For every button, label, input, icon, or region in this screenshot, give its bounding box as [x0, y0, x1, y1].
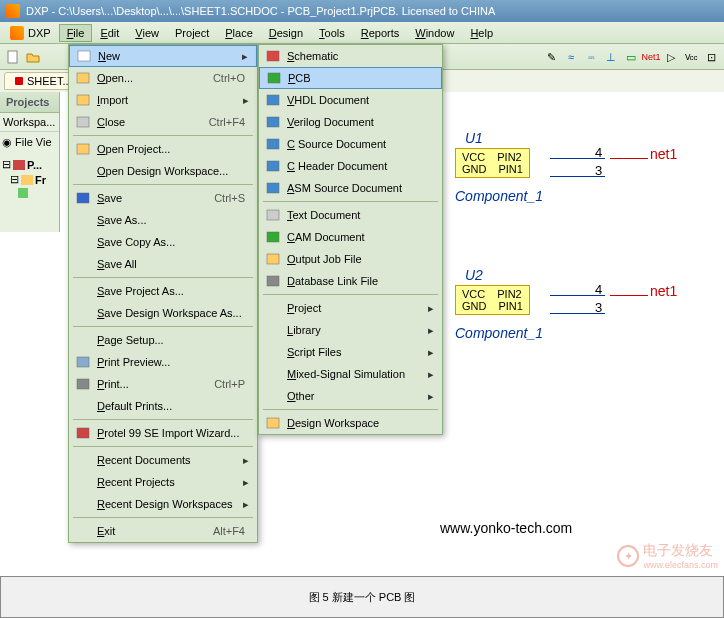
menu-item-save-project-as-[interactable]: Save Project As... [69, 280, 257, 302]
menu-item-save-copy-as-[interactable]: Save Copy As... [69, 231, 257, 253]
tree-project[interactable]: ⊟ P... [2, 157, 57, 172]
dxp-button[interactable]: DXP [10, 26, 51, 40]
net-wire [610, 158, 648, 159]
tree-item[interactable] [2, 187, 57, 199]
net-icon[interactable]: Net1 [642, 48, 660, 66]
tool-icon[interactable]: ▷ [662, 48, 680, 66]
menu-item-schematic[interactable]: Schematic [259, 45, 442, 67]
menu-label: PCB [284, 72, 437, 84]
menu-item-new[interactable]: New▸ [69, 45, 257, 67]
menu-item-cam-document[interactable]: CAM Document [259, 226, 442, 248]
menu-edit[interactable]: Edit [92, 24, 127, 42]
svg-rect-13 [267, 51, 279, 61]
menu-reports[interactable]: Reports [353, 24, 408, 42]
menu-item-c-source-document[interactable]: C Source Document [259, 133, 442, 155]
menu-item-save-as-[interactable]: Save As... [69, 209, 257, 231]
menu-item-output-job-file[interactable]: Output Job File [259, 248, 442, 270]
tree-folder[interactable]: ⊟ Fr [2, 172, 57, 187]
menu-separator [73, 419, 253, 420]
menu-item-import[interactable]: Import▸ [69, 89, 257, 111]
menu-item-page-setup-[interactable]: Page Setup... [69, 329, 257, 351]
component-u1[interactable]: U1 VCCPIN2 GNDPIN1 4 3 net1 Component_1 [455, 148, 530, 178]
tool-icon[interactable]: ✎ [542, 48, 560, 66]
tool-icon[interactable]: ▭ [622, 48, 640, 66]
menu-item-save-all[interactable]: Save All [69, 253, 257, 275]
menu-label: Other [283, 390, 428, 402]
menu-item-recent-design-workspaces[interactable]: Recent Design Workspaces▸ [69, 493, 257, 515]
menu-label: Close [93, 116, 209, 128]
menu-place[interactable]: Place [217, 24, 261, 42]
menu-item-library[interactable]: Library▸ [259, 319, 442, 341]
project-icon [13, 160, 25, 170]
menu-label: Library [283, 324, 428, 336]
menu-label: Save [93, 192, 214, 204]
menu-icon [263, 158, 283, 174]
file-menu-dropdown: New▸Open...Ctrl+OImport▸CloseCtrl+F4Open… [68, 44, 258, 543]
new-icon[interactable] [4, 48, 22, 66]
menu-item-open-project-[interactable]: Open Project... [69, 138, 257, 160]
menu-help[interactable]: Help [462, 24, 501, 42]
menu-item-project[interactable]: Project▸ [259, 297, 442, 319]
window-title: DXP - C:\Users\...\Desktop\...\...\SHEET… [26, 5, 495, 17]
menu-view[interactable]: View [127, 24, 167, 42]
tool-icon[interactable]: ⎓ [582, 48, 600, 66]
menu-label: Save Copy As... [93, 236, 253, 248]
open-icon[interactable] [24, 48, 42, 66]
menu-item-print-[interactable]: Print...Ctrl+P [69, 373, 257, 395]
submenu-arrow-icon: ▸ [243, 454, 253, 467]
menu-tools[interactable]: Tools [311, 24, 353, 42]
menu-item-default-prints-[interactable]: Default Prints... [69, 395, 257, 417]
file-view-radio[interactable]: ◉ File Vie [0, 132, 59, 153]
menu-item-mixed-signal-simulation[interactable]: Mixed-Signal Simulation▸ [259, 363, 442, 385]
menu-project[interactable]: Project [167, 24, 217, 42]
tool-icon[interactable]: ⊡ [702, 48, 720, 66]
menu-item-text-document[interactable]: Text Document [259, 204, 442, 226]
menu-icon [263, 180, 283, 196]
svg-rect-7 [77, 117, 89, 127]
menu-separator [263, 201, 438, 202]
dxp-icon [10, 26, 24, 40]
tool-icon[interactable]: ⊥ [602, 48, 620, 66]
tool-icon[interactable]: ≈ [562, 48, 580, 66]
svg-rect-14 [268, 73, 280, 83]
menu-item-c-header-document[interactable]: C Header Document [259, 155, 442, 177]
menu-item-pcb[interactable]: PCB [259, 67, 442, 89]
menu-item-recent-documents[interactable]: Recent Documents▸ [69, 449, 257, 471]
menu-item-protel-99-se-import-wizard-[interactable]: Protel 99 SE Import Wizard... [69, 422, 257, 444]
menu-icon [263, 114, 283, 130]
menu-item-print-preview-[interactable]: Print Preview... [69, 351, 257, 373]
menu-label: Schematic [283, 50, 438, 62]
app-icon [6, 4, 20, 18]
workspace-dropdown[interactable]: Workspa... [0, 113, 59, 132]
menu-item-design-workspace[interactable]: Design Workspace [259, 412, 442, 434]
menu-design[interactable]: Design [261, 24, 311, 42]
svg-rect-6 [77, 95, 89, 105]
menu-item-open-design-workspace-[interactable]: Open Design Workspace... [69, 160, 257, 182]
menu-item-database-link-file[interactable]: Database Link File [259, 270, 442, 292]
menu-label: Design Workspace [283, 417, 438, 429]
svg-rect-10 [77, 357, 89, 367]
submenu-arrow-icon: ▸ [428, 390, 438, 403]
menu-item-verilog-document[interactable]: Verilog Document [259, 111, 442, 133]
menu-label: New [94, 50, 242, 62]
menu-item-exit[interactable]: ExitAlt+F4 [69, 520, 257, 542]
menu-item-close[interactable]: CloseCtrl+F4 [69, 111, 257, 133]
menu-item-recent-projects[interactable]: Recent Projects▸ [69, 471, 257, 493]
menu-item-other[interactable]: Other▸ [259, 385, 442, 407]
component-u2[interactable]: U2 VCCPIN2 GNDPIN1 4 3 net1 Component_1 [455, 285, 530, 315]
menu-window[interactable]: Window [407, 24, 462, 42]
menu-label: Output Job File [283, 253, 438, 265]
menu-file[interactable]: File [59, 24, 93, 42]
menu-icon [73, 452, 93, 468]
menu-icon [73, 283, 93, 299]
menu-item-vhdl-document[interactable]: VHDL Document [259, 89, 442, 111]
menu-label: Exit [93, 525, 213, 537]
vcc-icon[interactable]: ᐯcc [682, 48, 700, 66]
titlebar: DXP - C:\Users\...\Desktop\...\...\SHEET… [0, 0, 724, 22]
menu-item-asm-source-document[interactable]: ASM Source Document [259, 177, 442, 199]
menu-item-save[interactable]: SaveCtrl+S [69, 187, 257, 209]
menu-item-save-design-workspace-as-[interactable]: Save Design Workspace As... [69, 302, 257, 324]
pin-number: 3 [595, 300, 602, 315]
menu-item-script-files[interactable]: Script Files▸ [259, 341, 442, 363]
menu-item-open-[interactable]: Open...Ctrl+O [69, 67, 257, 89]
